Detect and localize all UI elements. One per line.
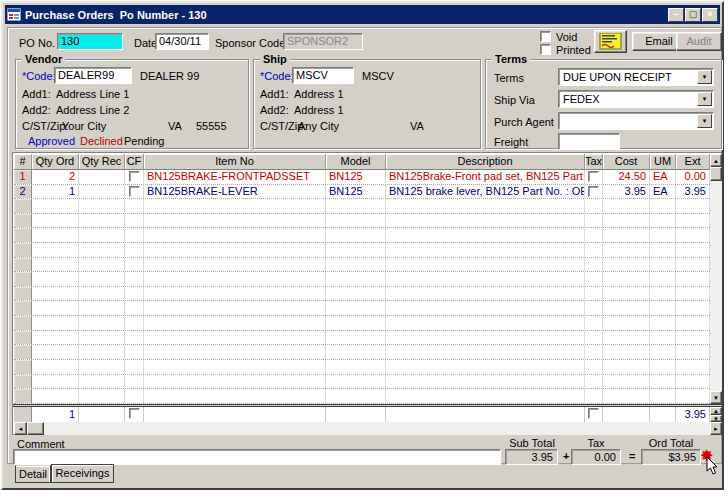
totals-cell-cf[interactable] [125, 407, 144, 422]
scroll-left-icon[interactable]: ◄ [14, 422, 27, 435]
ship-via-dropdown-icon[interactable]: ▼ [697, 92, 712, 106]
scroll-right-icon[interactable]: ► [710, 422, 722, 435]
grid-row[interactable]: 12BN125BRAKE-FRONTPADSSETBN125BN125Brake… [14, 170, 710, 185]
close-icon[interactable]: × [702, 8, 718, 22]
grid-empty-row[interactable] [14, 389, 710, 404]
scroll-down-icon[interactable]: ▼ [710, 391, 722, 404]
grid-cell-empty [650, 360, 676, 374]
spin-up-icon[interactable]: ▲ [710, 407, 722, 415]
grid-empty-row[interactable] [14, 287, 710, 302]
grid-cell-cf[interactable] [125, 170, 144, 184]
grid-column-header[interactable]: Description [386, 154, 585, 169]
app-icon [7, 8, 21, 21]
tax-checkbox[interactable] [588, 186, 599, 197]
vendor-pending-link[interactable]: Pending [124, 135, 164, 147]
cf-checkbox[interactable] [129, 186, 140, 197]
cf-checkbox[interactable] [129, 171, 140, 182]
grid-cell-model[interactable]: BN125 [326, 170, 386, 184]
grid-empty-row[interactable] [14, 243, 710, 258]
grid-cell-qty_rec[interactable] [79, 170, 125, 184]
grid-cell-model[interactable]: BN125 [326, 185, 386, 199]
grid-empty-row[interactable] [14, 375, 710, 390]
sponsor-code-field[interactable]: SPONSOR2 [283, 33, 363, 50]
grid-column-header[interactable]: CF [125, 154, 144, 169]
void-checkbox[interactable] [540, 31, 551, 42]
grid-column-header[interactable]: # [14, 154, 32, 169]
minimize-icon[interactable]: – [668, 8, 684, 22]
freight-field[interactable] [558, 133, 620, 150]
tab-detail[interactable]: Detail [15, 465, 51, 483]
grid-cell-ext[interactable]: 0.00 [676, 170, 710, 184]
grid-cell-qty_rec[interactable] [79, 185, 125, 199]
purch-agent-dropdown-icon[interactable]: ▼ [697, 114, 712, 128]
comment-input[interactable] [13, 449, 501, 465]
grid-column-header[interactable]: Tax [585, 154, 603, 169]
grid-cell-item_no[interactable]: BN125BRAKE-LEVER [144, 185, 326, 199]
grid-cell-qty_ord[interactable]: 1 [32, 185, 79, 199]
grid-cell-empty [144, 375, 326, 389]
grid-cell-item_no[interactable]: BN125BRAKE-FRONTPADSSET [144, 170, 326, 184]
grid-empty-row[interactable] [14, 316, 710, 331]
notes-button[interactable] [594, 30, 627, 53]
grid-empty-row[interactable] [14, 301, 710, 316]
grid-cell-um[interactable]: EA [650, 170, 676, 184]
tax-checkbox[interactable] [588, 171, 599, 182]
spin-down-icon[interactable]: ▼ [710, 415, 722, 422]
purch-agent-combo[interactable]: ▼ [558, 112, 714, 130]
grid-cell-cf[interactable] [125, 185, 144, 199]
grid-vertical-scrollbar[interactable]: ▲ ▼ [710, 154, 722, 404]
maximize-icon[interactable]: ▢ [685, 8, 701, 22]
grid-cell-tax[interactable] [585, 170, 603, 184]
grid-column-header[interactable]: Ext [676, 154, 710, 169]
grid-cell-ext[interactable]: 3.95 [676, 185, 710, 199]
grid-column-header[interactable]: UM [650, 154, 676, 169]
ship-via-combo[interactable]: FEDEX ▼ [558, 90, 714, 108]
grid-column-header[interactable]: Model [326, 154, 386, 169]
tab-receivings[interactable]: Receivings [51, 464, 114, 483]
grid-empty-row[interactable] [14, 199, 710, 214]
terms-combo[interactable]: DUE UPON RECEIPT ▼ [558, 68, 714, 86]
grid-empty-row[interactable] [14, 228, 710, 243]
title-bar[interactable]: Purchase Orders Po Number - 130 – ▢ × [5, 5, 720, 24]
grid-horizontal-scrollbar[interactable]: ◄ [14, 422, 710, 435]
totals-cell-tax[interactable] [585, 407, 603, 422]
ship-code-field[interactable]: MSCV [292, 67, 354, 84]
totals-cf-checkbox[interactable] [129, 408, 140, 419]
vendor-approved-link[interactable]: Approved [28, 135, 75, 147]
grid-empty-row[interactable] [14, 345, 710, 360]
grid-empty-row[interactable] [14, 214, 710, 229]
grid-empty-row[interactable] [14, 258, 710, 273]
printed-checkbox[interactable] [540, 44, 551, 55]
audit-button[interactable]: Audit [676, 32, 722, 51]
hscroll-thumb[interactable] [27, 422, 44, 435]
grid-cell-num[interactable]: 1 [14, 170, 32, 184]
grid-cell-qty_ord[interactable]: 2 [32, 170, 79, 184]
vscroll-thumb[interactable] [710, 167, 722, 181]
scroll-up-icon[interactable]: ▲ [710, 154, 722, 167]
terms-dropdown-icon[interactable]: ▼ [697, 70, 712, 84]
grid-cell-description[interactable]: BN125Brake-Front pad set, BN125 Part No [386, 170, 585, 184]
grid-empty-row[interactable] [14, 272, 710, 287]
grid-cell-tax[interactable] [585, 185, 603, 199]
grid-empty-row[interactable] [14, 360, 710, 375]
date-field[interactable]: 04/30/11 [155, 33, 209, 50]
grid-cell-um[interactable]: EA [650, 185, 676, 199]
grid-column-header[interactable]: Item No [144, 154, 326, 169]
grid-cell-description[interactable]: BN125 brake lever, BN125 Part No. : OEM … [386, 185, 585, 199]
vendor-declined-link[interactable]: Declined [80, 135, 123, 147]
totals-tax-checkbox[interactable] [588, 408, 599, 419]
grid-column-header[interactable]: Qty Ord [32, 154, 79, 169]
grid-cell-cost[interactable]: 24.50 [603, 170, 650, 184]
grid-row[interactable]: 21BN125BRAKE-LEVERBN125BN125 brake lever… [14, 185, 710, 200]
totals-cell-model [326, 407, 386, 422]
grid-empty-row[interactable] [14, 331, 710, 346]
grid-column-header[interactable]: Qty Rec [79, 154, 125, 169]
vendor-code-field[interactable]: DEALER99 [54, 67, 132, 84]
grid-cell-empty [326, 360, 386, 374]
grid-cell-cost[interactable]: 3.95 [603, 185, 650, 199]
ship-add1-value: Address 1 [294, 88, 344, 100]
grid-cell-num[interactable]: 2 [14, 185, 32, 199]
grid-cell-empty [386, 375, 585, 389]
grid-column-header[interactable]: Cost [603, 154, 650, 169]
po-no-field[interactable]: 130 [57, 33, 123, 50]
